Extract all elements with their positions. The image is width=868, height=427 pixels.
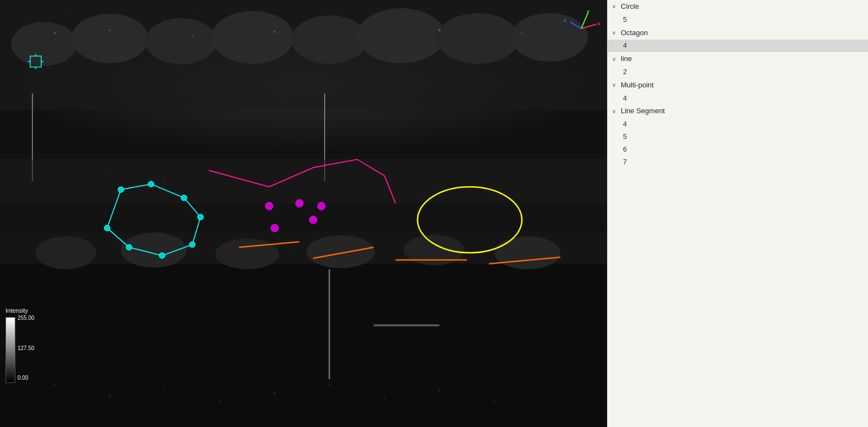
layer-line-label: line	[621, 53, 632, 65]
svg-text:x: x	[598, 21, 600, 26]
svg-point-70	[148, 181, 154, 187]
lidar-viewport[interactable]: x y z Intensity 255.00 127.50 0.00	[0, 0, 607, 427]
chevron-down-icon-3: ∨	[612, 55, 619, 64]
intensity-mid: 127.50	[18, 345, 35, 351]
chevron-down-icon-4: ∨	[612, 81, 619, 90]
svg-line-87	[581, 24, 597, 29]
layer-linesegment-item-7[interactable]: 7	[608, 156, 868, 169]
layer-circle-item-5[interactable]: 5	[608, 14, 868, 26]
layer-line-item-2[interactable]: 2	[608, 66, 868, 79]
svg-point-79	[309, 216, 317, 224]
circle-annotation	[418, 187, 522, 253]
axis-widget: x y z	[564, 9, 600, 29]
line-segment-annotation	[209, 159, 396, 203]
svg-point-71	[181, 195, 187, 201]
annotation-layer: x y z	[0, 0, 607, 427]
intensity-min: 0.00	[18, 375, 35, 381]
layer-circle-group[interactable]: ∨ Circle	[608, 0, 868, 14]
octagon-annotation	[104, 181, 203, 258]
layer-linesegment-item-4[interactable]: 4	[608, 118, 868, 131]
layer-linesegment-item-5[interactable]: 5	[608, 131, 868, 143]
svg-point-77	[265, 202, 273, 210]
intensity-legend: Intensity 255.00 127.50 0.00	[5, 307, 35, 383]
svg-line-86	[489, 257, 560, 264]
svg-line-83	[239, 242, 299, 247]
layer-line-group[interactable]: ∨ line	[608, 52, 868, 66]
svg-line-91	[570, 22, 581, 29]
svg-point-75	[126, 245, 132, 250]
svg-text:y: y	[587, 9, 589, 14]
layer-linesegment-group[interactable]: ∨ Line Segment	[608, 104, 868, 118]
intensity-max: 255.00	[18, 315, 35, 321]
svg-point-72	[198, 214, 203, 220]
layer-multipoint-group[interactable]: ∨ Multi-point	[608, 79, 868, 92]
svg-point-82	[418, 187, 522, 253]
svg-point-73	[190, 242, 195, 247]
layer-linesegment-label: Line Segment	[621, 106, 665, 117]
intensity-title: Intensity	[5, 307, 35, 314]
intensity-bar	[5, 317, 15, 383]
chevron-down-icon-2: ∨	[612, 29, 619, 37]
svg-point-76	[104, 225, 110, 231]
svg-line-84	[313, 247, 374, 258]
svg-point-80	[296, 199, 303, 207]
chevron-down-icon: ∨	[612, 2, 619, 11]
layer-octagon-group[interactable]: ∨ Octagon	[608, 26, 868, 40]
svg-point-74	[159, 253, 165, 258]
svg-text:z: z	[564, 18, 566, 23]
orange-line-segments	[239, 242, 560, 264]
svg-point-69	[118, 187, 124, 192]
layer-octagon-item-4[interactable]: 4	[608, 40, 868, 52]
crosshair-marker	[28, 54, 43, 69]
layers-panel: ∨ Circle 5 ∨ Octagon 4 ∨ line 2 ∨ Multi-…	[607, 0, 868, 427]
layer-linesegment-item-6[interactable]: 6	[608, 143, 868, 156]
layer-circle-label: Circle	[621, 1, 639, 13]
chevron-down-icon-5: ∨	[612, 107, 619, 116]
svg-marker-68	[107, 184, 201, 256]
layer-octagon-label: Octagon	[621, 27, 648, 39]
svg-rect-63	[30, 56, 41, 67]
svg-point-81	[318, 202, 325, 210]
layer-multipoint-item-4[interactable]: 4	[608, 92, 868, 105]
layer-multipoint-label: Multi-point	[621, 80, 654, 91]
svg-point-78	[271, 224, 279, 232]
multipoint-annotation	[265, 199, 325, 232]
svg-line-89	[581, 13, 588, 29]
